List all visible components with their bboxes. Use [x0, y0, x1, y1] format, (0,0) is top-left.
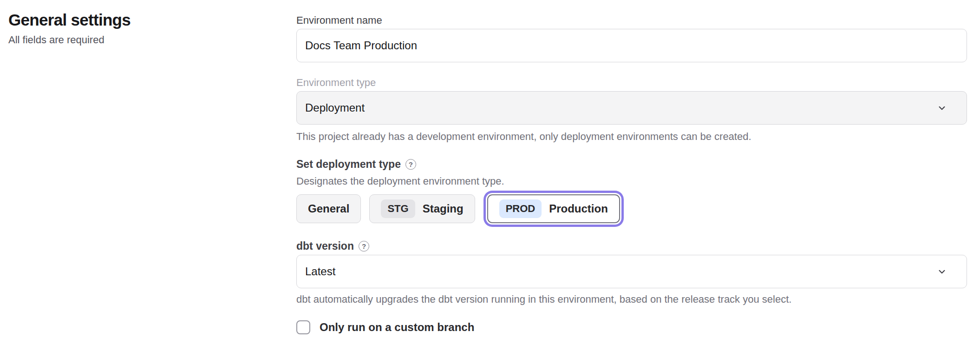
chevron-down-icon [936, 102, 948, 114]
page-title: General settings [8, 10, 268, 30]
chevron-down-icon [936, 265, 948, 278]
environment-type-select[interactable]: Deployment [296, 91, 967, 125]
help-circle-icon[interactable]: ? [405, 159, 416, 170]
dbt-version-select[interactable]: Latest [296, 255, 967, 288]
deployment-type-help: Designates the deployment environment ty… [296, 175, 967, 188]
environment-name-label: Environment name [296, 14, 967, 27]
deployment-type-staging-button[interactable]: STG Staging [369, 194, 475, 223]
deployment-type-production-label: Production [549, 202, 608, 215]
environment-type-label: Environment type [296, 76, 967, 89]
dbt-version-label: dbt version [296, 239, 354, 253]
custom-branch-label: Only run on a custom branch [320, 320, 474, 335]
deployment-type-options: General STG Staging PROD Production [296, 194, 967, 223]
dbt-version-help: dbt automatically upgrades the dbt versi… [296, 293, 967, 306]
custom-branch-row: Only run on a custom branch [296, 320, 967, 335]
environment-type-help: This project already has a development e… [296, 130, 967, 143]
custom-branch-checkbox[interactable] [296, 320, 310, 334]
environment-type-value: Deployment [305, 101, 365, 114]
settings-header: General settings All fields are required [8, 10, 268, 46]
staging-badge: STG [381, 199, 415, 218]
deployment-type-general-button[interactable]: General [296, 194, 361, 223]
dbt-version-value: Latest [305, 265, 335, 278]
help-circle-icon[interactable]: ? [359, 241, 369, 252]
deployment-type-general-label: General [308, 202, 349, 215]
environment-name-input[interactable] [296, 29, 967, 62]
deployment-type-label: Set deployment type [296, 157, 401, 171]
page-subtitle: All fields are required [8, 33, 268, 46]
production-badge: PROD [499, 199, 542, 218]
deployment-type-staging-label: Staging [423, 202, 464, 215]
general-settings-form: Environment name Environment type Deploy… [296, 14, 967, 335]
deployment-type-production-button[interactable]: PROD Production [487, 194, 620, 223]
